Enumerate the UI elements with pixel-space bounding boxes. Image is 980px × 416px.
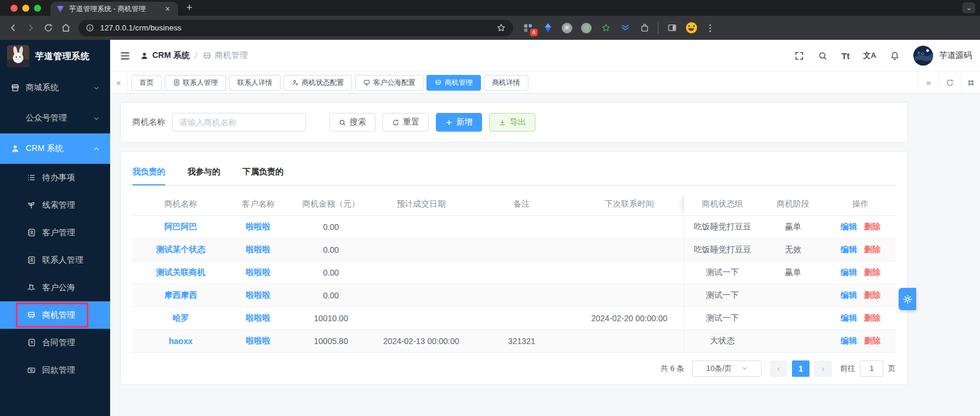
edit-button[interactable]: 编辑 xyxy=(841,267,857,277)
tag-home[interactable]: 首页 xyxy=(131,75,162,91)
tag-contact-detail[interactable]: 联系人详情 xyxy=(229,75,281,91)
bell-icon[interactable] xyxy=(890,51,900,61)
collapse-menu-icon[interactable] xyxy=(119,50,131,61)
home-icon[interactable] xyxy=(57,20,74,36)
window-zoom-button[interactable] xyxy=(34,5,41,12)
sidebar-item-customer-pool[interactable]: 客户公海 xyxy=(0,274,110,301)
page-1-button[interactable]: 1 xyxy=(792,360,810,377)
goto-page-input[interactable] xyxy=(860,360,883,377)
tag-contact-manage[interactable]: 联系人管理 xyxy=(165,75,226,91)
tags-menu-grid-icon[interactable] xyxy=(960,72,980,93)
tab-search-chevron-icon[interactable]: ⌄ xyxy=(962,2,975,13)
address-bar[interactable]: 127.0.0.1/crm/business xyxy=(78,20,513,36)
back-icon[interactable] xyxy=(5,20,21,36)
customer-name-link[interactable]: 啦啦啦 xyxy=(246,222,271,231)
profile-avatar-icon[interactable] xyxy=(685,22,697,34)
pagination: 共 6 条 10条/页 ‹ 1 › 前往 xyxy=(132,353,896,384)
col-next-contact: 下次联系时间 xyxy=(575,193,684,215)
extensions-puzzle-icon[interactable] xyxy=(638,22,650,34)
customer-name-link[interactable]: 啦啦啦 xyxy=(246,245,271,254)
business-name-link[interactable]: 哈罗 xyxy=(173,313,189,322)
payment-icon xyxy=(27,366,36,375)
new-tab-button[interactable]: + xyxy=(178,2,193,16)
user-avatar[interactable]: 文心 xyxy=(913,46,933,66)
tag-business-status-config[interactable]: 商机状态配置 xyxy=(284,75,352,91)
window-minimize-button[interactable] xyxy=(22,5,29,12)
sidebar-item-customer[interactable]: 客户管理 xyxy=(0,219,110,246)
search-icon[interactable] xyxy=(818,51,828,61)
business-name-link[interactable]: 测试关联商机 xyxy=(156,267,206,277)
prev-page-button[interactable]: ‹ xyxy=(770,360,787,377)
username[interactable]: 芋道源码 xyxy=(939,50,972,61)
tab-subordinate[interactable]: 下属负责的 xyxy=(243,163,284,185)
business-name-link[interactable]: 阿巴阿巴 xyxy=(165,222,197,231)
tag-customer-pool-config[interactable]: 客户公海配置 xyxy=(355,75,424,91)
sidebar-item-todo[interactable]: 待办事项 xyxy=(0,164,110,191)
customer-name-link[interactable]: 啦啦啦 xyxy=(246,313,271,322)
app-logo-row[interactable]: 芋道管理系统 xyxy=(0,40,110,73)
business-name-link[interactable]: 测试某个状态 xyxy=(156,245,206,254)
language-icon[interactable]: 文A xyxy=(863,50,876,61)
bookmark-star-icon[interactable] xyxy=(496,23,506,33)
sidebar-item-crm-system[interactable]: CRM 系统 xyxy=(0,133,110,164)
edit-button[interactable]: 编辑 xyxy=(841,290,857,300)
sidebar-item-mall-system[interactable]: 商城系统 xyxy=(0,73,110,103)
site-info-icon[interactable] xyxy=(86,23,94,32)
font-size-icon[interactable]: Tt xyxy=(841,51,849,61)
url-text[interactable]: 127.0.0.1/crm/business xyxy=(100,23,496,32)
side-panel-icon[interactable] xyxy=(666,22,678,34)
edit-button[interactable]: 编辑 xyxy=(841,245,857,254)
tags-refresh-icon[interactable] xyxy=(939,72,960,93)
customer-name-link[interactable]: 啦啦啦 xyxy=(246,267,271,277)
search-button[interactable]: 搜索 xyxy=(329,113,375,132)
extension-vue-devtools-icon[interactable] xyxy=(619,22,631,34)
tags-scroll-left-icon[interactable]: « xyxy=(110,72,128,93)
next-page-button[interactable]: › xyxy=(814,360,832,377)
sidebar-item-official-account[interactable]: 公众号管理 xyxy=(0,103,110,133)
extension-rice-icon[interactable]: 米 xyxy=(561,22,573,34)
tab-my-participated[interactable]: 我参与的 xyxy=(187,163,220,185)
window-close-button[interactable] xyxy=(11,5,18,12)
reload-icon[interactable] xyxy=(40,20,56,36)
delete-button[interactable]: 删除 xyxy=(864,245,880,254)
business-name-link[interactable]: 摩西摩西 xyxy=(165,290,197,300)
search-icon xyxy=(339,119,346,126)
settings-gear-button[interactable] xyxy=(899,288,916,310)
reset-button[interactable]: 重置 xyxy=(383,113,429,132)
sidebar-item-contract[interactable]: 合同管理 xyxy=(0,329,110,356)
tags-scroll-right-icon[interactable]: » xyxy=(918,72,939,93)
extension-grid-icon[interactable]: 6 xyxy=(523,22,534,34)
business-name-link[interactable]: haoxx xyxy=(169,336,192,346)
browser-tab[interactable]: 芋道管理系统 - 商机管理 × xyxy=(50,2,178,16)
delete-button[interactable]: 删除 xyxy=(864,222,880,231)
delete-button[interactable]: 删除 xyxy=(864,290,880,300)
sidebar-item-contact[interactable]: 联系人管理 xyxy=(0,246,110,274)
customer-name-link[interactable]: 啦啦啦 xyxy=(246,336,271,345)
browser-menu-icon[interactable]: ⋮ xyxy=(705,23,715,33)
tag-business-detail[interactable]: 商机详情 xyxy=(484,75,528,91)
customer-name-link[interactable]: 啦啦啦 xyxy=(246,290,271,300)
tag-business-manage[interactable]: 商机管理 xyxy=(426,75,481,91)
sidebar-item-business[interactable]: 商机管理 xyxy=(0,301,110,329)
delete-button[interactable]: 删除 xyxy=(864,336,880,345)
extension-kite-icon[interactable] xyxy=(542,22,554,34)
add-button[interactable]: 新增 xyxy=(436,113,482,132)
breadcrumb-root[interactable]: CRM 系统 xyxy=(140,50,190,61)
delete-button[interactable]: 删除 xyxy=(864,267,880,277)
business-name-input[interactable] xyxy=(172,113,306,132)
tab-close-icon[interactable]: × xyxy=(163,4,172,13)
tab-my-responsible[interactable]: 我负责的 xyxy=(132,163,165,185)
delete-button[interactable]: 删除 xyxy=(864,313,880,322)
edit-button[interactable]: 编辑 xyxy=(841,222,857,231)
forward-icon[interactable] xyxy=(22,20,39,36)
bus-icon xyxy=(203,51,211,60)
sidebar-item-clue[interactable]: 线索管理 xyxy=(0,191,110,219)
edit-button[interactable]: 编辑 xyxy=(841,336,857,345)
fullscreen-icon[interactable] xyxy=(794,51,804,61)
edit-button[interactable]: 编辑 xyxy=(841,313,857,322)
page-size-select[interactable]: 10条/页 xyxy=(692,360,762,377)
sidebar-item-payment[interactable]: 回款管理 xyxy=(0,356,110,384)
extension-green-dot-icon[interactable] xyxy=(581,22,592,34)
extension-star-icon[interactable] xyxy=(600,22,612,34)
export-button[interactable]: 导出 xyxy=(489,113,535,132)
